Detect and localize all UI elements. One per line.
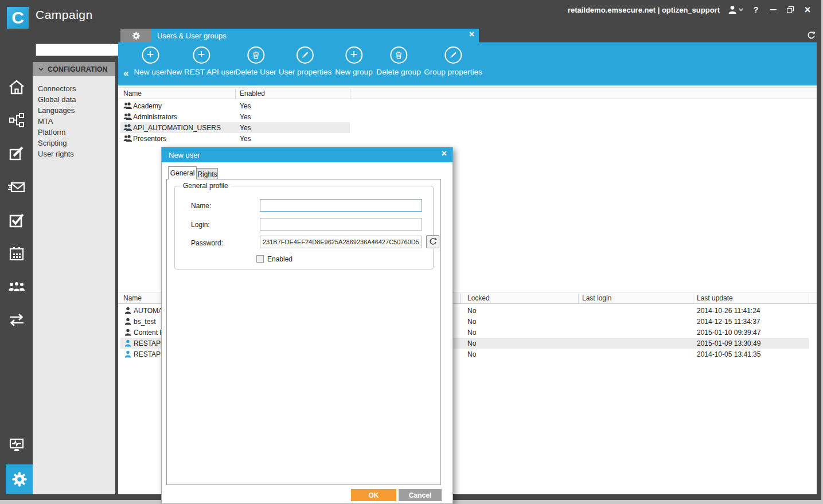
group-properties-button[interactable]: Group properties: [424, 46, 482, 76]
dialog-tab-panel: General profile Name: Login: Password: E…: [166, 179, 441, 485]
header-bar: C Campaign retaildemo.emsecure.net | opt…: [0, 0, 821, 29]
button-label: New user: [134, 68, 166, 76]
column-header-last-login[interactable]: Last login: [582, 294, 611, 302]
new-rest-api-user-button[interactable]: + New REST API user: [166, 46, 236, 76]
pencil-icon: [300, 50, 310, 60]
new-user-dialog: New user × General Rights General profil…: [161, 147, 453, 504]
collapse-toolbar-button[interactable]: «: [123, 68, 128, 79]
chevron-down-icon: [38, 68, 44, 71]
column-header-locked[interactable]: Locked: [467, 294, 490, 302]
configuration-section-label: CONFIGURATION: [48, 65, 108, 73]
sidebar-item-monitoring[interactable]: [7, 437, 26, 454]
dialog-close-icon[interactable]: ×: [442, 149, 447, 159]
group-row[interactable]: Presentors Yes: [118, 133, 462, 144]
nav-item-languages[interactable]: Languages: [38, 106, 75, 115]
chevron-down-icon: [739, 8, 743, 11]
group-row-selected[interactable]: API_AUTOMATION_USERS Yes: [118, 122, 462, 133]
configuration-panel: CONFIGURATION Connectors Global data Lan…: [33, 29, 115, 494]
group-icon: [123, 113, 132, 120]
refresh-button[interactable]: [806, 31, 816, 40]
column-header-name[interactable]: Name: [123, 89, 142, 97]
pencil-icon: [448, 50, 458, 60]
user-menu[interactable]: [728, 5, 743, 14]
column-header-last-update[interactable]: Last update: [697, 294, 733, 302]
plus-icon: +: [350, 48, 358, 61]
user-last-update: 2014-12-15 11:34:37: [697, 318, 760, 326]
search-input[interactable]: [36, 44, 130, 56]
user-icon: [124, 339, 131, 347]
home-icon: [8, 79, 25, 95]
user-last-update: 2015-01-10 09:39:47: [697, 329, 760, 337]
login-field[interactable]: [260, 218, 422, 230]
minimize-button[interactable]: [769, 5, 778, 14]
delete-group-button[interactable]: Delete group: [376, 46, 420, 76]
nav-item-global-data[interactable]: Global data: [38, 95, 76, 104]
plus-icon: +: [198, 48, 205, 61]
enabled-checkbox[interactable]: [256, 255, 264, 263]
button-label: New group: [335, 68, 372, 76]
group-row[interactable]: Administrators Yes: [118, 111, 462, 122]
restore-button[interactable]: [786, 5, 795, 14]
tab-users-user-groups[interactable]: Users & User groups ×: [151, 29, 479, 42]
sidebar-item-processes[interactable]: [7, 112, 26, 129]
nav-item-user-rights[interactable]: User rights: [38, 150, 74, 158]
nav-item-mta[interactable]: MTA: [38, 117, 53, 126]
dialog-tab-general[interactable]: General: [168, 166, 197, 179]
account-label: retaildemo.emsecure.net | optizen_suppor…: [568, 6, 720, 14]
nav-item-platform[interactable]: Platform: [38, 128, 65, 136]
close-button[interactable]: ×: [803, 5, 812, 14]
sidebar-rail: [0, 29, 33, 494]
check-icon: [9, 213, 25, 228]
sync-arrows-icon: [8, 312, 25, 327]
user-properties-button[interactable]: User properties: [279, 46, 331, 76]
group-icon: [123, 124, 132, 131]
user-icon: [124, 329, 131, 336]
people-icon: [8, 280, 25, 294]
user-name: Content F: [134, 329, 164, 337]
sidebar-item-home[interactable]: [7, 79, 26, 96]
sidebar-item-content[interactable]: [7, 145, 26, 162]
user-name: bs_test: [134, 318, 156, 326]
group-enabled: Yes: [240, 124, 251, 132]
sidebar-item-planning[interactable]: [7, 245, 26, 262]
nav-item-connectors[interactable]: Connectors: [38, 84, 76, 93]
mail-icon: [8, 180, 25, 194]
new-user-button[interactable]: + New user: [134, 46, 166, 76]
enabled-label: Enabled: [267, 255, 292, 263]
login-label: Login:: [191, 221, 210, 229]
sidebar-item-data-exchange[interactable]: [7, 311, 26, 329]
minimize-icon: [770, 9, 777, 10]
group-row[interactable]: Academy Yes: [118, 100, 462, 111]
sidebar-item-email[interactable]: [7, 178, 26, 196]
button-label: Delete User: [235, 68, 276, 76]
tab-bar: Users & User groups ×: [118, 29, 817, 42]
plus-icon: +: [147, 48, 154, 61]
name-field[interactable]: [260, 199, 422, 212]
trash-icon: [393, 50, 404, 60]
tab-settings[interactable]: [120, 29, 151, 42]
user-locked: No: [467, 329, 476, 337]
sidebar-item-tasks[interactable]: [7, 212, 26, 229]
trash-icon: [251, 50, 261, 60]
help-button[interactable]: ?: [751, 5, 760, 14]
dialog-tab-rights[interactable]: Rights: [197, 168, 218, 179]
column-separator: [350, 89, 350, 99]
dialog-title-bar[interactable]: New user ×: [162, 147, 453, 162]
column-header-enabled[interactable]: Enabled: [240, 89, 265, 97]
sidebar-item-configuration-active[interactable]: [6, 464, 33, 494]
user-icon: [728, 5, 737, 14]
ok-button[interactable]: OK: [351, 489, 396, 501]
user-locked: No: [467, 339, 476, 347]
gear-icon: [132, 32, 141, 40]
configuration-section-header[interactable]: CONFIGURATION: [33, 62, 115, 76]
cancel-button[interactable]: Cancel: [399, 489, 442, 501]
password-field[interactable]: [260, 236, 422, 248]
new-group-button[interactable]: + New group: [335, 46, 372, 76]
delete-user-button[interactable]: Delete User: [235, 46, 276, 76]
sidebar-item-audience[interactable]: [7, 278, 26, 295]
nav-item-scripting[interactable]: Scripting: [38, 139, 67, 147]
tab-close-icon[interactable]: ×: [469, 29, 474, 40]
column-header-name[interactable]: Name: [123, 294, 142, 302]
regenerate-password-button[interactable]: [426, 235, 439, 248]
user-icon: [124, 318, 131, 325]
